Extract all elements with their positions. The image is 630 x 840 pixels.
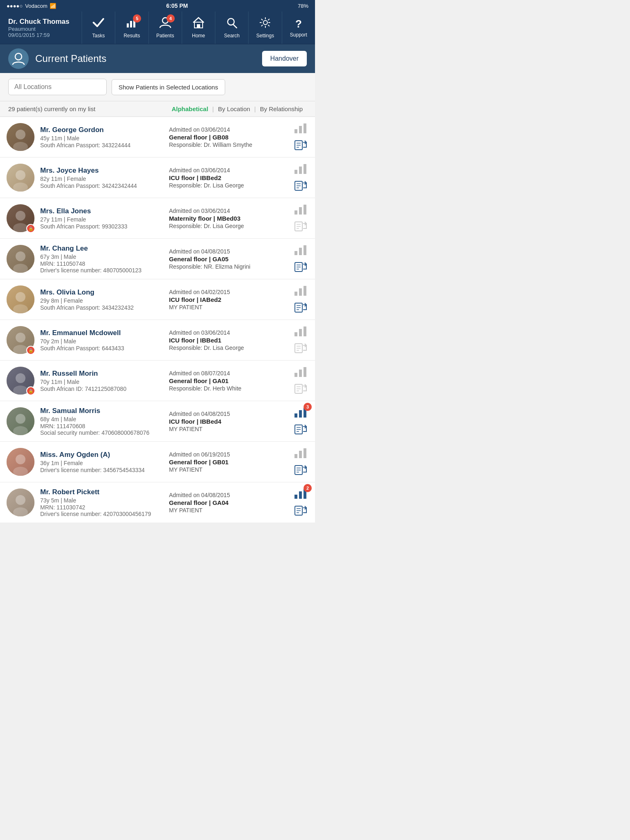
patient-name: Mr. Russell Morin: [40, 370, 159, 378]
show-patients-button[interactable]: Show Patients in Selected Locations: [112, 79, 225, 95]
patient-row[interactable]: 🔒Mr. Russell Morin70y 11m | MaleSouth Af…: [0, 361, 315, 401]
patient-row[interactable]: Mr. Samual Morris68y 4m | MaleMRN: 11147…: [0, 401, 315, 442]
handover-icon[interactable]: [294, 301, 308, 315]
patient-id: South African Passport: 343224444: [40, 142, 159, 148]
handover-button[interactable]: Handover: [262, 51, 307, 66]
patient-demographics: 70y 2m | Male: [40, 338, 159, 345]
patient-admission: Admitted on 03/06/2014ICU floor | IBBed1…: [165, 329, 288, 351]
nav-item-tasks[interactable]: Tasks: [82, 11, 115, 44]
patient-row[interactable]: 🔒Mrs. Ella Jones27y 11m | FemaleSouth Af…: [0, 198, 315, 239]
patient-info: Mr. Samual Morris68y 4m | MaleMRN: 11147…: [40, 407, 159, 436]
sort-by-relationship[interactable]: By Relationship: [256, 105, 307, 112]
chart-icon[interactable]: [294, 122, 308, 134]
handover-icon[interactable]: [294, 179, 308, 193]
handover-icon[interactable]: [294, 260, 308, 274]
nav-item-results[interactable]: 5 Results: [115, 11, 148, 44]
patient-row[interactable]: Miss. Amy Ogden (A)36y 1m | FemaleDriver…: [0, 442, 315, 482]
patient-demographics: 67y 3m | Male: [40, 253, 159, 260]
svg-rect-25: [304, 164, 306, 174]
patient-row[interactable]: Mrs. Olivia Long29y 8m | FemaleSouth Afr…: [0, 279, 315, 320]
handover-icon[interactable]: [294, 382, 308, 396]
handover-icon[interactable]: [294, 341, 308, 355]
sort-alphabetical[interactable]: Alphabetical: [167, 105, 212, 112]
sort-bar: 29 patient(s) currently on my list Alpha…: [0, 101, 315, 117]
admission-ward: General floor | GA05: [169, 256, 288, 262]
admission-ward: ICU floor | IBBed4: [169, 418, 288, 425]
nav-item-settings[interactable]: Settings: [249, 11, 282, 44]
patient-row[interactable]: Mr. Robert Pickett73y 5m | MaleMRN: 1110…: [0, 482, 315, 523]
doctor-name: Dr. Chuck Thomas: [8, 18, 73, 26]
patient-row[interactable]: Mr. Chang Lee67y 3m | MaleMRN: 111050748…: [0, 239, 315, 279]
handover-icon[interactable]: [294, 219, 308, 233]
patient-actions: [294, 447, 308, 477]
chart-icon[interactable]: [294, 447, 308, 459]
tasks-icon: [92, 17, 105, 31]
admission-date: Admitted on 04/08/2015: [169, 411, 288, 417]
current-patients-icon: [8, 48, 29, 69]
nav-item-support[interactable]: ? Support: [282, 11, 315, 44]
patient-demographics: 36y 1m | Female: [40, 460, 159, 466]
chart-icon[interactable]: [294, 284, 308, 297]
patient-avatar: 🔒: [7, 367, 34, 395]
patient-admission: Admitted on 03/06/2014General floor | GB…: [165, 126, 288, 148]
admission-responsible: Responsible: Dr. Lisa George: [169, 182, 288, 189]
nav-item-search[interactable]: Search: [215, 11, 249, 44]
handover-icon[interactable]: [294, 138, 308, 152]
nav-item-home[interactable]: Home: [182, 11, 215, 44]
svg-point-51: [16, 292, 25, 302]
patient-avatar: [7, 285, 34, 313]
svg-point-21: [16, 170, 25, 180]
patient-name: Mr. George Gordon: [40, 126, 159, 134]
patient-admission: Admitted on 04/08/2015General floor | GA…: [165, 248, 288, 270]
support-icon: ?: [295, 18, 302, 30]
patient-row[interactable]: 🔒Mr. Emmanuel Mcdowell70y 2m | MaleSouth…: [0, 320, 315, 361]
patient-actions: [294, 122, 308, 152]
sort-options: Alphabetical | By Location | By Relation…: [167, 105, 307, 112]
lock-badge: 🔒: [26, 386, 35, 395]
patient-row[interactable]: Mr. George Gordon45y 11m | MaleSouth Afr…: [0, 117, 315, 158]
patients-badge: 4: [167, 14, 175, 23]
chart-icon[interactable]: [294, 325, 308, 337]
chart-icon[interactable]: [294, 203, 308, 215]
patient-name: Mrs. Olivia Long: [40, 288, 159, 297]
svg-rect-14: [299, 126, 302, 133]
svg-rect-65: [304, 326, 306, 336]
nav-item-patients[interactable]: 4 Patients: [149, 11, 182, 44]
admission-date: Admitted on 06/19/2015: [169, 451, 288, 458]
chart-badge: 2: [304, 484, 312, 492]
patient-avatar: [7, 245, 34, 273]
svg-rect-35: [304, 205, 306, 215]
chart-icon[interactable]: [294, 162, 308, 175]
admission-responsible: MY PATIENT: [169, 507, 288, 514]
svg-point-31: [16, 211, 25, 221]
chart-icon[interactable]: [294, 244, 308, 256]
svg-point-6: [228, 18, 234, 25]
status-bar: ●●●●○ Vodacom 📶 6:05 PM 78%: [0, 0, 315, 11]
location-filter-input[interactable]: [8, 79, 107, 95]
patient-avatar: [7, 164, 34, 192]
handover-icon[interactable]: [294, 504, 308, 518]
patient-row[interactable]: Mrs. Joyce Hayes82y 11m | FemaleSouth Af…: [0, 158, 315, 198]
patient-name: Mr. Emmanuel Mcdowell: [40, 329, 159, 337]
sort-by-location[interactable]: By Location: [214, 105, 254, 112]
admission-ward: Maternity floor | MBed03: [169, 215, 288, 222]
patient-id2: Driver's license number: 480705000123: [40, 267, 159, 274]
patient-actions: [294, 244, 308, 274]
handover-icon[interactable]: [294, 463, 308, 477]
admission-responsible: Responsible: Dr. Herb White: [169, 385, 288, 392]
chart-icon[interactable]: [294, 365, 308, 378]
patient-actions: 2: [294, 487, 308, 518]
admission-date: Admitted on 04/08/2015: [169, 492, 288, 498]
lock-badge: 🔒: [26, 346, 35, 355]
svg-rect-83: [294, 413, 297, 418]
home-icon: [192, 17, 205, 31]
svg-rect-24: [299, 167, 302, 174]
admission-responsible: Responsible: NR. Elizma Nigrini: [169, 263, 288, 270]
svg-rect-94: [299, 451, 302, 458]
admission-ward: General floor | GB01: [169, 459, 288, 466]
patient-actions: [294, 365, 308, 396]
admission-responsible: MY PATIENT: [169, 304, 288, 310]
patient-demographics: 73y 5m | Male: [40, 497, 159, 504]
handover-icon[interactable]: [294, 422, 308, 436]
chart-badge: 3: [304, 403, 312, 411]
